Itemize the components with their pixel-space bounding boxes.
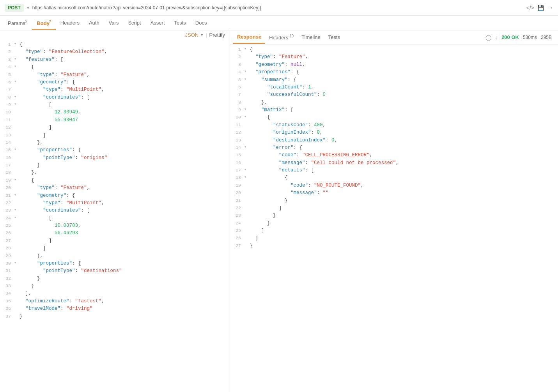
collapse-arrow[interactable]: ▾ — [14, 260, 19, 266]
code-content: { — [19, 41, 230, 48]
tab-response[interactable]: Response — [233, 31, 265, 44]
code-content: "pointType": "destinations" — [19, 267, 230, 275]
code-content: "optimizeRoute": "fastest", — [19, 298, 230, 305]
request-body-editor[interactable]: 1▾{2 "type": "FeatureCollection",3▾ "fea… — [0, 39, 230, 392]
line-number: 31 — [0, 267, 14, 274]
status-code: 200 OK — [501, 34, 519, 40]
collapse-arrow[interactable]: ▾ — [244, 167, 250, 173]
code-line: 2 "type": "Feature", — [230, 53, 558, 61]
line-number: 12 — [230, 129, 244, 136]
collapse-arrow[interactable]: ▾ — [244, 144, 250, 150]
code-content: { — [250, 114, 558, 121]
tab-params[interactable]: Params2 — [3, 16, 32, 29]
collapse-arrow[interactable]: ▾ — [244, 46, 250, 52]
code-content: "matrix": [ — [250, 106, 558, 114]
code-line: 26 } — [230, 235, 558, 242]
collapse-arrow[interactable]: ▾ — [14, 215, 19, 221]
send-icon[interactable]: → — [547, 4, 553, 11]
save-icon[interactable]: 💾 — [537, 5, 544, 11]
code-icon[interactable]: </> — [526, 5, 534, 11]
tab-tests[interactable]: Tests — [170, 17, 191, 29]
code-content: "type": "MultiPoint", — [19, 86, 230, 94]
prettify-button[interactable]: Prettify — [209, 32, 225, 38]
code-content: [ — [19, 215, 230, 222]
code-content: "error": { — [250, 144, 558, 152]
line-number: 15 — [0, 147, 14, 154]
url-bar: POST ▾ https://atlas.microsoft.com/route… — [0, 0, 558, 16]
code-content: 56.46293 — [19, 230, 230, 237]
tab-script[interactable]: Script — [123, 17, 145, 29]
code-content: "coordinates": [ — [19, 94, 230, 101]
json-format-label[interactable]: JSON — [185, 32, 198, 38]
line-number: 28 — [0, 245, 14, 252]
code-line: 37 } — [0, 313, 230, 320]
collapse-arrow[interactable]: ▾ — [14, 177, 19, 183]
code-line: 23 } — [230, 212, 558, 219]
tab-response-headers[interactable]: Headers 10 — [265, 31, 298, 44]
line-number: 24 — [230, 220, 244, 227]
collapse-arrow[interactable]: ▾ — [14, 79, 19, 85]
collapse-arrow[interactable]: ▾ — [14, 147, 19, 153]
code-line: 10 12.30949, — [0, 109, 230, 116]
download-icon[interactable]: ↓ — [495, 34, 498, 41]
tab-assert[interactable]: Assert — [146, 17, 170, 29]
collapse-arrow[interactable]: ▾ — [14, 192, 19, 198]
url-input[interactable]: https://atlas.microsoft.com/route/matrix… — [32, 5, 523, 11]
code-line: 15▾ "properties": { — [0, 147, 230, 154]
response-status: ◯ ↓ 200 OK 530ms 295B — [485, 34, 555, 41]
collapse-arrow[interactable]: ▾ — [14, 41, 19, 47]
code-content: "type": "Feature", — [250, 53, 558, 61]
tab-body[interactable]: Body* — [32, 16, 55, 29]
line-number: 9 — [0, 101, 14, 108]
collapse-arrow[interactable]: ▾ — [244, 114, 250, 120]
line-number: 13 — [0, 132, 14, 139]
code-content: "properties": { — [250, 69, 558, 76]
code-line: 28 ] — [0, 245, 230, 252]
collapse-arrow[interactable]: ▾ — [244, 106, 250, 113]
code-line: 30▾ "properties": { — [0, 260, 230, 267]
line-number: 19 — [0, 177, 14, 184]
line-number: 22 — [0, 200, 14, 207]
code-line: 15 "code": "CELL_PROCESSING_ERROR", — [230, 152, 558, 159]
collapse-arrow[interactable]: ▾ — [14, 64, 19, 70]
tab-docs[interactable]: Docs — [191, 17, 212, 29]
code-line: 7 "type": "MultiPoint", — [0, 86, 230, 94]
code-line: 11 "statusCode": 400, — [230, 122, 558, 129]
tab-timeline[interactable]: Timeline — [298, 31, 324, 43]
collapse-arrow[interactable]: ▾ — [244, 69, 250, 75]
tab-auth[interactable]: Auth — [84, 17, 104, 29]
code-line: 29 }, — [0, 253, 230, 260]
save-response-icon[interactable]: ◯ — [485, 34, 492, 41]
code-line: 21▾ "geometry": { — [0, 192, 230, 200]
line-number: 4 — [0, 64, 14, 71]
code-line: 18 }, — [0, 169, 230, 177]
tab-headers[interactable]: Headers — [56, 17, 84, 29]
collapse-arrow[interactable]: ▾ — [14, 101, 19, 108]
response-body-editor: 1▾{2 "type": "Feature",3 "geometry": nul… — [230, 44, 558, 392]
collapse-arrow[interactable]: ▾ — [14, 56, 19, 62]
code-content: 10.03783, — [19, 222, 230, 230]
tab-vars[interactable]: Vars — [104, 17, 124, 29]
code-content: } — [250, 242, 558, 250]
code-content: } — [250, 212, 558, 219]
tab-response-tests[interactable]: Tests — [324, 31, 344, 43]
code-line: 1▾{ — [0, 41, 230, 48]
code-content: ] — [250, 205, 558, 212]
collapse-arrow[interactable]: ▾ — [244, 174, 250, 180]
method-dropdown-arrow[interactable]: ▾ — [27, 5, 29, 11]
code-line: 4▾ { — [0, 64, 230, 71]
code-line: 31 "pointType": "destinations" — [0, 267, 230, 275]
code-line: 20 "type": "Feature", — [0, 184, 230, 192]
collapse-arrow[interactable]: ▾ — [14, 207, 19, 213]
code-line: 12 "originIndex": 0, — [230, 129, 558, 136]
collapse-arrow[interactable]: ▾ — [14, 94, 19, 100]
code-content: } — [19, 162, 230, 169]
collapse-arrow[interactable]: ▾ — [244, 76, 250, 83]
line-number: 12 — [0, 124, 14, 131]
line-number: 29 — [0, 253, 14, 260]
json-dropdown-arrow[interactable]: ▾ — [201, 32, 203, 37]
code-line: 26 56.46293 — [0, 230, 230, 237]
line-number: 17 — [0, 162, 14, 169]
code-line: 14 }, — [0, 139, 230, 147]
line-number: 37 — [0, 313, 14, 320]
